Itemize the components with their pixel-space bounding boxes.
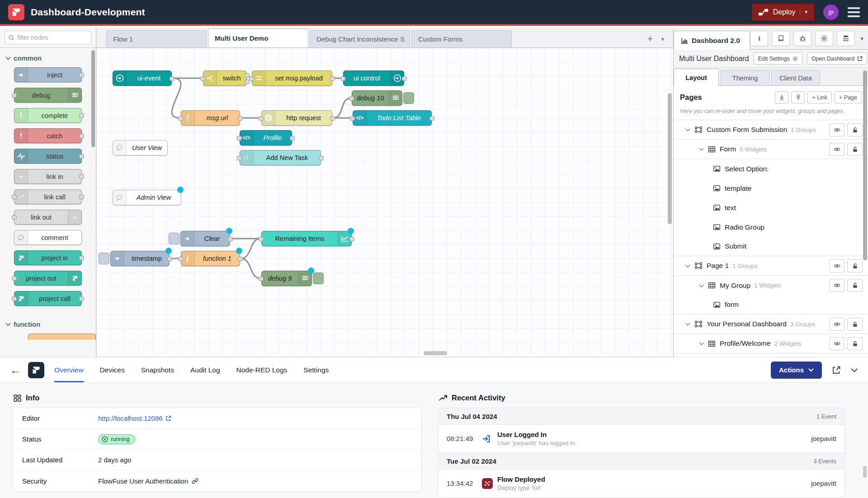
palette-scrollbar[interactable]	[91, 50, 95, 147]
tree-row-page[interactable]: Your Personal Dashboard 3 Groups	[674, 315, 868, 334]
flow-node-clear[interactable]: Clear	[180, 231, 230, 246]
port-in[interactable]	[349, 96, 354, 101]
chevron-down-icon[interactable]	[686, 321, 690, 326]
actions-button[interactable]: Actions	[771, 362, 822, 379]
open-editor-external-icon[interactable]	[832, 366, 841, 375]
port-out[interactable]	[238, 116, 243, 121]
flow-list-caret-icon[interactable]: ▾	[661, 36, 664, 42]
palette-node-partial[interactable]	[28, 334, 96, 348]
tree-row-widget[interactable]: form	[674, 295, 868, 315]
chevron-down-icon[interactable]	[699, 282, 704, 287]
tree-row-group[interactable]: My Group 1 Widgets	[674, 276, 868, 295]
flow-node-admin-view-comment[interactable]: Admin View	[113, 190, 181, 205]
port-in[interactable]	[259, 116, 264, 121]
port-in[interactable]	[12, 215, 17, 220]
tree-row-group[interactable]: Profile/Welcome 2 Widgets	[674, 334, 868, 353]
collapse-all-button[interactable]: ≪	[775, 91, 788, 103]
help-book-icon[interactable]	[772, 31, 790, 46]
port-out[interactable]	[238, 257, 243, 261]
flow-node-msg-url[interactable]: ƒ msg.url	[181, 110, 240, 126]
tab-snapshots[interactable]: Snapshots	[141, 357, 174, 382]
tree-row-widget[interactable]: Submit	[674, 237, 868, 256]
port-out[interactable]	[170, 76, 175, 81]
chevron-down-icon[interactable]	[686, 127, 690, 132]
palette-node-inject[interactable]: inject	[14, 67, 82, 82]
flow-node-profile[interactable]: </> Profile	[240, 130, 292, 146]
port-out[interactable]	[245, 80, 250, 84]
unlock-button[interactable]	[847, 123, 863, 136]
port-out[interactable]	[330, 76, 335, 81]
flow-node-debug-9[interactable]: debug 9	[261, 271, 312, 286]
port-out[interactable]	[79, 134, 84, 138]
tree-row-widget[interactable]: text	[674, 198, 868, 217]
flow-tab-3[interactable]: Debug Chart Inconsistence S	[310, 30, 410, 47]
back-arrow-icon[interactable]: ←	[10, 364, 21, 376]
unlock-button[interactable]	[847, 318, 863, 331]
port-in[interactable]	[178, 257, 183, 261]
unlock-button[interactable]	[847, 337, 863, 350]
palette-node-project-in[interactable]: project in	[14, 250, 82, 265]
tree-row-page[interactable]: Custom Form Submission 1 Groups	[674, 120, 868, 140]
expand-all-button[interactable]: ≪	[791, 91, 805, 103]
chevron-down-icon[interactable]	[699, 341, 704, 345]
port-in[interactable]	[12, 276, 17, 281]
flow-node-ui-control[interactable]: ui control	[343, 70, 404, 86]
visibility-eye-button[interactable]	[829, 259, 844, 272]
canvas-horizontal-scrollbar[interactable]	[424, 351, 447, 355]
tree-row-group[interactable]: Form 5 Widgets	[674, 140, 868, 159]
debug-toggle-button[interactable]	[403, 92, 414, 104]
flow-node-timestamp[interactable]: timestamp	[110, 251, 170, 266]
port-in[interactable]	[12, 195, 17, 199]
chevron-down-icon[interactable]	[686, 263, 690, 268]
deploy-caret-icon[interactable]: ▾	[800, 9, 807, 15]
deploy-button[interactable]: Deploy ▾	[752, 4, 814, 21]
port-out[interactable]	[228, 237, 233, 241]
flow-node-function-1[interactable]: ƒ function 1	[181, 251, 240, 266]
canvas-vertical-scrollbar[interactable]	[668, 93, 672, 224]
port-out[interactable]	[79, 113, 84, 118]
flow-tab-1[interactable]: Flow 1	[106, 30, 207, 47]
palette-node-project-out[interactable]: project out	[14, 271, 82, 286]
unlock-button[interactable]	[847, 279, 863, 292]
debug-toggle-button[interactable]	[313, 272, 324, 284]
sidebar-caret-icon[interactable]: ▾	[860, 35, 863, 42]
palette-node-complete[interactable]: ! complete	[14, 108, 82, 123]
palette-section-common[interactable]: common	[0, 48, 96, 67]
tab-settings[interactable]: Settings	[303, 357, 329, 382]
edit-settings-button[interactable]: Edit Settings	[754, 52, 802, 65]
port-out[interactable]	[319, 156, 324, 160]
sidebar-scrollbar[interactable]	[863, 70, 867, 260]
palette-node-comment[interactable]: comment	[14, 230, 82, 245]
port-in[interactable]	[12, 93, 17, 98]
unlock-button[interactable]	[847, 259, 863, 272]
tab-theming[interactable]: Theming	[721, 70, 769, 85]
sidebar-tab-dashboard[interactable]: Dashboard 2.0	[674, 31, 750, 50]
open-dashboard-button[interactable]: Open Dashboard	[807, 52, 867, 65]
flow-node-todo-list-table[interactable]: </> Todo List Table	[353, 110, 432, 126]
panel-scrollbar[interactable]	[863, 466, 867, 478]
port-out[interactable]	[79, 73, 84, 77]
port-out[interactable]	[79, 195, 84, 199]
palette-node-status[interactable]: status	[14, 149, 82, 164]
tab-audit-log[interactable]: Audit Log	[190, 357, 220, 382]
context-layers-icon[interactable]	[837, 31, 855, 46]
palette-filter-input[interactable]	[17, 34, 87, 41]
port-out[interactable]	[167, 257, 172, 261]
port-in[interactable]	[178, 116, 183, 121]
port-in[interactable]	[340, 76, 345, 81]
collapse-panel-chevron-icon[interactable]	[851, 368, 858, 372]
port-out[interactable]	[290, 136, 295, 141]
flow-node-set-msg-payload[interactable]: set msg.payload	[252, 70, 332, 86]
port-in[interactable]	[350, 116, 355, 121]
user-avatar[interactable]: jp	[823, 5, 839, 20]
flow-tab-4[interactable]: Custom Forms	[411, 30, 512, 47]
inject-button[interactable]	[99, 253, 109, 264]
palette-node-catch[interactable]: ! catch	[14, 128, 82, 143]
port-out[interactable]	[402, 76, 407, 81]
visibility-eye-button[interactable]	[829, 337, 844, 350]
activity-event-row[interactable]: 13:34:42 Flow Deployed Deploy type 'full…	[439, 470, 844, 497]
flow-node-switch[interactable]: switch	[203, 70, 247, 86]
visibility-eye-button[interactable]	[829, 318, 844, 331]
activity-event-row[interactable]: 08:21:49 User Logged In User 'joepavitt'…	[439, 425, 844, 453]
tree-row-page[interactable]: Page 1 1 Groups	[674, 256, 868, 276]
